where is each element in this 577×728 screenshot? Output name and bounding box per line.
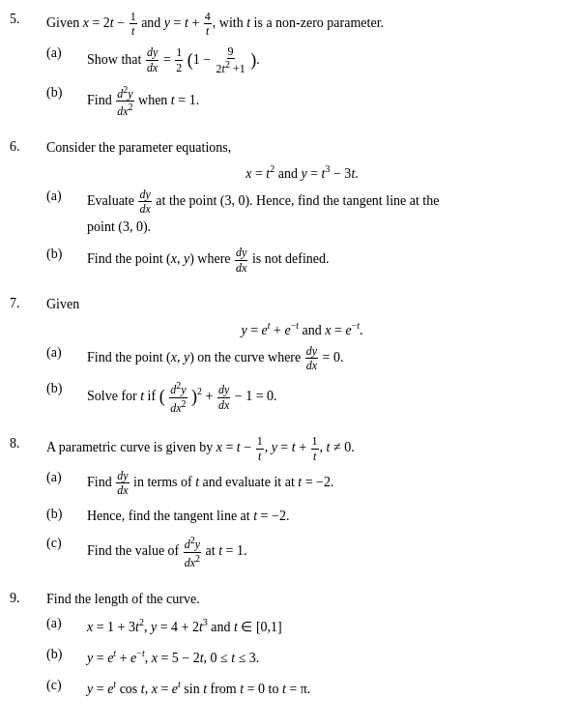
problem-num-9: 9. [10,589,46,708]
problem-5: 5. Given x = 2t − 1 t and y = t + 4 t , … [10,10,558,126]
frac-dy-dx-7b2: dy dx [217,383,230,412]
sub-label-9b: (b) [46,646,87,669]
sub-content-8b: Hence, find the tangent line at t = −2. [87,506,558,527]
sub-content-7a: Find the point (x, y) on the curve where… [87,344,558,373]
problem-num-7: 7. [10,294,46,422]
sub-part-6a: (a) Evaluate dy dx at the point (3, 0). … [46,188,558,238]
problem-9: 9. Find the length of the curve. (a) x =… [10,589,558,708]
frac-dy-dx-6b: dy dx [235,246,247,275]
sub-content-7b: Solve for t if ( d2y dx2 )2 + dy dx − 1 … [87,380,558,415]
frac-4-t: 4 t [204,10,212,39]
problem-statement-7: Given [46,294,558,314]
sub-part-9b: (b) y = et + e−t, x = 5 − 2t, 0 ≤ t ≤ 3. [46,646,558,669]
sub-parts-9: (a) x = 1 + 3t2, y = 4 + 2t3 and t ∈ [0,… [46,615,558,700]
sub-part-5a: (a) Show that dy dx = 1 2 (1 − 9 2 [46,44,558,76]
problem-num-6: 6. [10,137,46,282]
problem-content-6: Consider the parameter equations, x = t2… [46,137,558,282]
problem-6: 6. Consider the parameter equations, x =… [10,137,558,282]
frac-d2y-dx2-7b: d2y dx2 [169,380,187,415]
frac-1-t: 1 t [130,10,137,39]
frac-d2y-dx2-8c: d2y dx2 [184,535,201,569]
problem-num-8: 8. [10,434,46,577]
problem-content-8: A parametric curve is given by x = t − 1… [46,434,558,577]
problem-statement-9: Find the length of the curve. [46,589,558,609]
sub-content-9a: x = 1 + 3t2, y = 4 + 2t3 and t ∈ [0,1] [87,615,558,638]
sub-parts-5: (a) Show that dy dx = 1 2 (1 − 9 2 [46,44,558,119]
frac-1t-y: 1 t [311,434,319,463]
sub-label-7a: (a) [46,344,87,373]
math-expr: x [83,15,89,30]
sub-part-7a: (a) Find the point (x, y) on the curve w… [46,344,558,373]
sub-label-9c: (c) [46,677,87,700]
sub-content-5b: Find d2y dx2 when t = 1. [87,84,558,119]
eq-7-center: y = et + e−t and x = e−t. [46,320,558,338]
sub-label-7b: (b) [46,380,87,415]
frac-dy-dx-8a: dy dx [116,469,129,498]
sub-label-6a: (a) [46,188,87,238]
problem-statement-5: Given x = 2t − 1 t and y = t + 4 t , wit… [46,10,558,39]
sub-part-8c: (c) Find the value of d2y dx2 at t = 1. [46,535,558,569]
problem-8: 8. A parametric curve is given by x = t … [10,434,558,577]
sub-content-6a: Evaluate dy dx at the point (3, 0). Henc… [87,188,558,238]
sub-label-9a: (a) [46,615,87,638]
sub-label-8b: (b) [46,506,87,527]
sub-content-8c: Find the value of d2y dx2 at t = 1. [87,535,558,569]
problem-content-7: Given y = et + e−t and x = e−t. (a) Find… [46,294,558,422]
sub-parts-6: (a) Evaluate dy dx at the point (3, 0). … [46,188,558,275]
eq-6-center: x = t2 and y = t3 − 3t. [46,163,558,182]
sub-content-6b: Find the point (x, y) where dy dx is not… [87,246,558,275]
sub-label-8c: (c) [46,535,87,569]
sub-part-9c: (c) y = et cos t, x = et sin t from t = … [46,677,558,700]
problem-statement-8: A parametric curve is given by x = t − 1… [46,434,558,463]
frac-1-2: 1 2 [175,45,183,74]
problem-content-9: Find the length of the curve. (a) x = 1 … [46,589,558,708]
sub-label-5b: (b) [46,84,87,119]
sub-part-7b: (b) Solve for t if ( d2y dx2 )2 + dy dx … [46,380,558,415]
sub-parts-8: (a) Find dy dx in terms of t and evaluat… [46,469,558,569]
sub-part-5b: (b) Find d2y dx2 when t = 1. [46,84,558,119]
sub-label-8a: (a) [46,469,87,498]
frac-d2y-dx2-5b: d2y dx2 [116,84,133,119]
frac-dy-dx-7a: dy dx [305,344,318,373]
sub-content-8a: Find dy dx in terms of t and evaluate it… [87,469,558,498]
frac-dy-dx-6a: dy dx [138,188,151,217]
sub-content-9c: y = et cos t, x = et sin t from t = 0 to… [87,677,558,700]
sub-content-9b: y = et + e−t, x = 5 − 2t, 0 ≤ t ≤ 3. [87,646,558,669]
sub-part-8b: (b) Hence, find the tangent line at t = … [46,506,558,527]
problem-num-5: 5. [10,10,46,126]
problem-content-5: Given x = 2t − 1 t and y = t + 4 t , wit… [46,10,558,126]
sub-part-6b: (b) Find the point (x, y) where dy dx is… [46,246,558,275]
frac-dy-dx-5a: dy dx [146,45,159,74]
sub-part-8a: (a) Find dy dx in terms of t and evaluat… [46,469,558,498]
sub-content-5a: Show that dy dx = 1 2 (1 − 9 2t2 +1 [87,44,558,76]
problem-statement-6: Consider the parameter equations, [46,137,558,158]
sub-label-6b: (b) [46,246,87,275]
problem-7: 7. Given y = et + e−t and x = e−t. (a) F… [10,294,558,422]
sub-part-9a: (a) x = 1 + 3t2, y = 4 + 2t3 and t ∈ [0,… [46,615,558,638]
frac-9-2t2p1: 9 2t2 +1 [216,44,246,76]
frac-1t-x: 1 t [256,434,264,463]
sub-label-5a: (a) [46,44,87,76]
sub-parts-7: (a) Find the point (x, y) on the curve w… [46,344,558,416]
